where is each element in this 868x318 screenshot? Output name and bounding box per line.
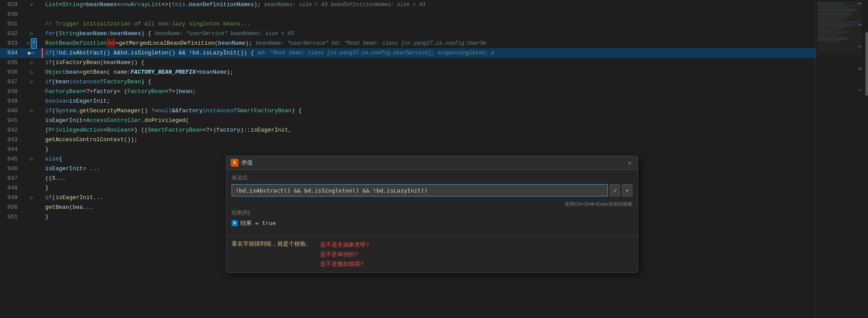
code-token: isFactoryBean	[55, 58, 100, 68]
minimap-scrollbar[interactable]	[865, 32, 868, 96]
code-content-939: boolean isEagerInit;	[42, 96, 815, 106]
code-token: if	[45, 193, 52, 203]
code-line-936: 936▷ Object bean = getBean( name: FACTOR…	[0, 68, 815, 77]
code-token: isEagerInit	[55, 193, 93, 203]
svg-rect-28	[858, 89, 861, 91]
eval-header: λ 求值 ✕	[226, 156, 638, 170]
eval-result-label: 结果(R):	[232, 209, 632, 217]
line-number-941: 941	[0, 116, 22, 125]
code-token: ArrayList	[131, 0, 161, 10]
code-line-930: 930	[0, 10, 815, 19]
code-token: .	[186, 0, 189, 10]
code-token: doPrivileged	[144, 116, 186, 125]
line-icons-932: ▷	[22, 29, 42, 39]
line-number-946: 946	[0, 164, 22, 174]
code-token: beanName	[79, 29, 107, 39]
fold-icon[interactable]: ▷	[30, 58, 33, 68]
code-token: bd	[59, 48, 66, 58]
code-line-931: 931// Trigger initialization of all non-…	[0, 19, 815, 29]
fold-icon[interactable]: ▷	[30, 68, 33, 77]
code-token: factory	[93, 87, 117, 96]
line-number-934: 934	[0, 48, 22, 58]
code-token: instanceof	[203, 106, 237, 116]
line-number-933: 933	[0, 39, 22, 48]
code-token: SmartFactoryBean	[237, 106, 292, 116]
code-content-934: if (!bd.isAbstract() && bd.isSingleton()…	[43, 48, 815, 58]
fold-icon[interactable]: ▷	[32, 48, 36, 58]
code-token: () && !	[168, 48, 193, 58]
code-token: ...	[93, 193, 103, 203]
question-badge[interactable]: ?	[31, 38, 37, 49]
annotation-comment2: 是不是非抽象类呀?	[320, 240, 369, 250]
code-token: if	[45, 58, 52, 68]
code-line-933: 933✓? RootBeanDefinition bd = getMergedL…	[0, 39, 815, 48]
code-token: ((S...	[45, 174, 66, 183]
fold-icon[interactable]: ▷	[30, 77, 33, 87]
line-hint: beanName: "userService" bd: "Root bean: …	[256, 39, 486, 48]
line-number-945: 945	[0, 154, 22, 164]
code-token: // Trigger initialization of all non-laz…	[45, 19, 250, 29]
code-token: beanNames	[110, 29, 141, 39]
code-token: isLazyInit	[203, 48, 237, 58]
line-number-950: 950	[0, 203, 22, 212]
line-number-937: 937	[0, 77, 22, 87]
code-token: RootBeanDefinition	[45, 39, 107, 48]
line-number-930: 930	[0, 10, 22, 19]
code-token: (	[52, 58, 56, 68]
svg-rect-26	[858, 46, 861, 47]
code-token: factory	[179, 106, 203, 116]
code-token: >) ((	[131, 125, 148, 135]
code-token: :	[107, 29, 110, 39]
eval-expression-input[interactable]	[232, 184, 608, 197]
code-token: beanDefinitionNames	[189, 0, 254, 10]
code-token: bean	[66, 68, 79, 77]
line-number-944: 944	[0, 145, 22, 154]
code-token: +	[196, 68, 199, 77]
code-token: getSecurityManager	[79, 106, 141, 116]
line-icons-937: ▷	[22, 77, 42, 87]
line-number-938: 938	[0, 87, 22, 96]
code-token: = (	[117, 87, 127, 96]
result-icon: b	[232, 220, 238, 226]
fold-icon[interactable]: ▷	[30, 106, 33, 116]
code-content-942: (PrivilegedAction<Boolean>) ((SmartFacto…	[42, 125, 815, 135]
line-number-948: 948	[0, 183, 22, 193]
fold-icon[interactable]: ▷	[30, 193, 33, 203]
code-token: FactoryBean	[45, 87, 83, 96]
code-content-937: if (bean instanceof FactoryBean) {	[42, 77, 815, 87]
code-content-933: RootBeanDefinition bd = getMergedLocalBe…	[42, 39, 815, 48]
code-token: <	[104, 125, 107, 135]
code-token: getBean	[83, 68, 107, 77]
code-token: beanNames	[86, 0, 117, 10]
fold-icon[interactable]: ▷	[30, 154, 33, 164]
code-content-931: // Trigger initialization of all non-laz…	[42, 19, 815, 29]
code-token: (	[100, 58, 104, 68]
code-token: bd	[193, 48, 200, 58]
code-token: }	[45, 183, 49, 193]
check-green-icon[interactable]: ✓	[30, 0, 33, 10]
line-number-943: 943	[0, 135, 22, 145]
code-token: beanName	[104, 58, 131, 68]
fold-icon[interactable]: ▷	[30, 29, 33, 39]
code-token: <?>	[83, 87, 93, 96]
eval-dropdown-button[interactable]: ▾	[622, 184, 632, 197]
annotation-col2: 是不是非抽象类呀? 是不是单例的? 是不是懒加载嗦?	[320, 240, 369, 269]
code-content-941: isEagerInit = AccessController.doPrivile…	[42, 116, 815, 125]
line-hint: beanName: "userService" beanNames: size …	[155, 29, 294, 39]
code-token: ;	[107, 96, 110, 106]
svg-rect-23	[818, 2, 861, 54]
check-green-icon[interactable]: ✓	[27, 39, 30, 48]
code-token: ( name:	[107, 68, 131, 77]
eval-expand-button[interactable]: ⤢	[610, 184, 620, 197]
line-number-931: 931	[0, 19, 22, 29]
code-token: beanName	[199, 68, 226, 77]
eval-close-button[interactable]: ✕	[626, 159, 633, 167]
debug-arrow-icon[interactable]: ▶	[28, 48, 32, 58]
code-token: ) {	[292, 106, 302, 116]
result-text: 结果 = true	[240, 219, 276, 227]
code-token: null	[158, 106, 172, 116]
code-line-934: 934▶▷ if (!bd.isAbstract() && bd.isSingl…	[0, 48, 815, 58]
code-token: ());	[124, 135, 137, 145]
code-token: (bea...	[69, 203, 93, 212]
code-token: =	[83, 116, 86, 125]
